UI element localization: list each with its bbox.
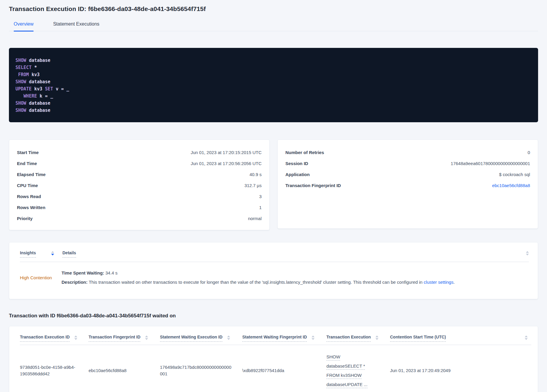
stat-value: $ cockroach sql (499, 172, 530, 177)
sort-arrows-icon[interactable] (145, 335, 148, 340)
stat-label: Transaction Fingerprint ID (285, 183, 341, 188)
stat-label: Start Time (17, 150, 39, 155)
stat-value: 312.7 µs (244, 183, 262, 188)
insights-table-header: Insights Details (20, 250, 529, 258)
stat-value: Jun 01, 2023 at 17:20:56:2056 UTC (191, 161, 262, 166)
sql-line: SHOW database (15, 107, 531, 114)
insights-table: Insights Details High Contention Time Sp… (9, 242, 538, 299)
overview-stats-card: Start TimeJun 01, 2023 at 17:20:15:2015 … (9, 139, 270, 230)
stat-row: Transaction Fingerprint IDebc10ae56cfd88… (285, 180, 530, 191)
tab-overview[interactable]: Overview (14, 21, 34, 31)
waited-on-heading: Transaction with ID f6be6366-da03-48de-a… (9, 313, 538, 319)
description-label: Description: (62, 280, 88, 285)
column-header-statement-waiting-execution-id[interactable]: Statement Waiting Execution ID (160, 335, 222, 342)
description-suffix: . (453, 280, 455, 285)
sort-arrows-icon[interactable] (312, 335, 315, 340)
cell-statement-waiting-execution-id: 176498a9c717bdc80000000000000001 (160, 364, 242, 377)
stat-row: Start TimeJun 01, 2023 at 17:20:15:2015 … (17, 147, 262, 158)
waited-on-table-header: Transaction Execution ID Transaction Fin… (20, 335, 531, 342)
sql-line: SELECT * (15, 64, 531, 71)
waited-on-table: Transaction Execution ID Transaction Fin… (9, 326, 538, 392)
stat-row: Rows Read3 (17, 191, 262, 202)
stat-value: 0 (528, 150, 530, 155)
stat-label: Session ID (285, 161, 308, 166)
cell-transaction-execution-id: 9738d051-bc0e-4158-a9b4-1903586ddd42 (20, 364, 88, 377)
stat-row: CPU Time312.7 µs (17, 180, 262, 191)
sort-arrows-icon[interactable] (227, 335, 230, 340)
sql-line: UPDATE kv3 SET v = _ (15, 85, 531, 92)
sort-arrows-icon[interactable] (51, 251, 54, 255)
sql-line: SHOW database (15, 78, 531, 85)
stat-value: Jun 01, 2023 at 17:20:15:2015 UTC (191, 150, 262, 155)
column-header-statement-waiting-fingerprint-id[interactable]: Statement Waiting Fingerprint ID (242, 335, 307, 342)
description-text: This transaction waited on other transac… (88, 280, 424, 285)
stat-label: Elapsed Time (17, 172, 45, 177)
stat-label: Application (285, 172, 310, 177)
column-header-transaction-execution-id[interactable]: Transaction Execution ID (20, 335, 70, 342)
stat-cards: Start TimeJun 01, 2023 at 17:20:15:2015 … (9, 139, 538, 230)
stat-row: Prioritynormal (17, 213, 262, 224)
sort-arrows-icon[interactable] (375, 335, 378, 340)
sort-arrows-icon[interactable] (526, 251, 529, 255)
sql-line: FROM kv3 (15, 71, 531, 78)
stat-row: Elapsed Time40.9 s (17, 169, 262, 180)
time-spent-waiting-label: Time Spent Waiting: (62, 270, 104, 275)
stat-value: 40.9 s (249, 172, 262, 177)
stat-label: End Time (17, 161, 37, 166)
transaction-sql-code: SHOW databaseSELECT * FROM kv3SHOW datab… (9, 48, 538, 122)
stat-label: Priority (17, 216, 33, 221)
tab-statement-executions[interactable]: Statement Executions (53, 21, 100, 31)
stat-value: normal (248, 216, 262, 221)
session-stats-card: Number of Retries0Session ID17648a9eea60… (277, 139, 538, 229)
column-header-transaction-execution[interactable]: Transaction Execution (326, 335, 371, 342)
sql-line: SHOW database (15, 100, 531, 107)
insight-details: Time Spent Waiting: 34.4 s Description: … (62, 270, 455, 285)
tab-bar: Overview Statement Executions (9, 21, 538, 31)
insights-column-header[interactable]: Insights (20, 250, 36, 258)
sql-line: SHOW database (15, 57, 531, 64)
insight-badge-high-contention: High Contention (20, 275, 62, 280)
sort-arrows-icon[interactable] (74, 335, 77, 340)
page-title: Transaction Execution ID: f6be6366-da03-… (9, 5, 538, 12)
stat-value: 17648a9eea6017800000000000000001 (451, 161, 530, 166)
stat-row: Rows Written1 (17, 202, 262, 213)
stat-label: Number of Retries (285, 150, 324, 155)
stat-value: 3 (259, 194, 262, 199)
column-header-contention-start-time[interactable]: Contention Start Time (UTC) (390, 335, 446, 342)
time-spent-waiting-value: 34.4 s (104, 270, 117, 275)
stat-label: Rows Read (17, 194, 41, 199)
stat-row: Application$ cockroach sql (285, 169, 530, 180)
sql-line: WHERE k = _ (15, 92, 531, 100)
insight-row: High Contention Time Spent Waiting: 34.4… (20, 262, 529, 295)
stat-label: CPU Time (17, 183, 38, 188)
stat-row: Session ID17648a9eea60178000000000000000… (285, 158, 530, 169)
cell-transaction-execution-preview[interactable]: SHOW databaseSELECT * FROM kv3SHOW datab… (326, 352, 378, 389)
sort-arrows-icon[interactable] (525, 335, 528, 340)
cell-transaction-fingerprint-id: ebc10ae56cfd88a8 (89, 367, 160, 374)
transaction-fingerprint-link[interactable]: ebc10ae56cfd88a8 (492, 183, 530, 188)
stat-row: Number of Retries0 (285, 147, 530, 158)
cluster-settings-link[interactable]: cluster settings (424, 280, 453, 285)
stat-label: Rows Written (17, 205, 45, 210)
details-column-header[interactable]: Details (62, 250, 76, 258)
cell-statement-waiting-fingerprint-id: \xdb8922f077541dda (242, 367, 326, 374)
cell-contention-start-time: Jun 01, 2023 at 17:20:49:2049 (390, 367, 531, 374)
stat-value: 1 (259, 205, 262, 210)
stat-row: End TimeJun 01, 2023 at 17:20:56:2056 UT… (17, 158, 262, 169)
column-header-transaction-fingerprint-id[interactable]: Transaction Fingerprint ID (89, 335, 140, 342)
table-row: 9738d051-bc0e-4158-a9b4-1903586ddd42 ebc… (20, 345, 531, 392)
